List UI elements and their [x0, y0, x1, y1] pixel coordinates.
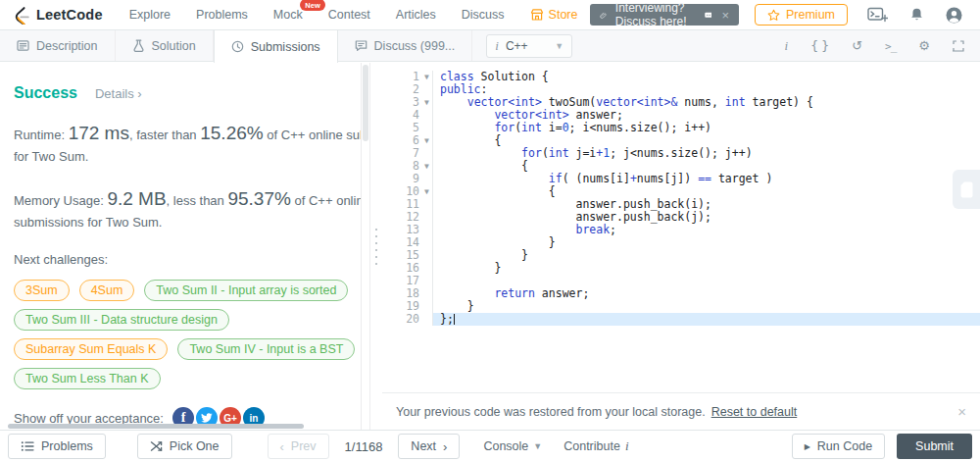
- chevron-down-icon: ▼: [555, 41, 564, 51]
- related-doc-flyout[interactable]: [953, 170, 980, 209]
- fold-arrow-icon: [421, 224, 433, 236]
- fullscreen-icon[interactable]: [953, 40, 964, 52]
- star-icon: [767, 9, 780, 22]
- code-text: }: [433, 262, 980, 275]
- metric-text: Runtime:: [14, 128, 69, 142]
- nav-item-articles[interactable]: Articles: [383, 8, 449, 22]
- pick-one-button[interactable]: Pick One: [137, 434, 232, 459]
- line-number: 20: [382, 313, 421, 326]
- details-link[interactable]: Details ›: [95, 86, 142, 101]
- tab-solution[interactable]: Solution: [116, 30, 214, 61]
- code-editor[interactable]: 1▼class Solution {2public:3▼ vector<int>…: [382, 63, 980, 392]
- fold-arrow-icon[interactable]: ▼: [421, 134, 433, 147]
- problems-label: Problems: [41, 439, 93, 453]
- code-lines: 1▼class Solution {2public:3▼ vector<int>…: [382, 71, 980, 326]
- console-icon[interactable]: >_: [885, 39, 896, 52]
- problems-button[interactable]: Problems: [8, 434, 106, 459]
- braces-icon[interactable]: { }: [810, 39, 829, 52]
- contribute-label: Contribute: [564, 439, 620, 453]
- banner-close-icon[interactable]: ×: [721, 8, 729, 23]
- challenge-pill[interactable]: 3Sum: [14, 280, 70, 301]
- code-text: class Solution {: [433, 71, 980, 83]
- code-panel: 1▼class Solution {2public:3▼ vector<int>…: [382, 63, 980, 430]
- fold-arrow-icon: [421, 300, 433, 313]
- nav-item-discuss[interactable]: Discuss: [449, 8, 517, 22]
- vertical-scrollbar-thumb[interactable]: [363, 65, 368, 141]
- code-line[interactable]: 19 }: [382, 300, 980, 313]
- tab-description[interactable]: Description: [0, 30, 116, 61]
- status-success: Success: [14, 84, 77, 102]
- nav-item-label: Mock: [273, 8, 303, 22]
- submissions-icon: [231, 40, 244, 53]
- nav-item-store[interactable]: Store: [517, 8, 591, 22]
- fold-arrow-icon: [421, 275, 433, 287]
- submit-button[interactable]: Submit: [897, 434, 972, 459]
- fold-arrow-icon[interactable]: ▼: [421, 71, 433, 83]
- reset-icon[interactable]: ↺: [852, 39, 862, 52]
- leetcode-logo[interactable]: LeetCode: [12, 6, 103, 25]
- contribute-link[interactable]: Contribute i: [564, 438, 628, 454]
- premium-button[interactable]: Premium: [755, 4, 848, 26]
- code-line[interactable]: 20};: [382, 313, 980, 326]
- code-text: };: [433, 313, 980, 326]
- horizontal-scrollbar: [0, 423, 362, 430]
- contribute-info-icon: i: [625, 438, 629, 454]
- notification-close-icon[interactable]: ×: [957, 403, 966, 420]
- challenge-pill[interactable]: Two Sum III - Data structure design: [14, 309, 229, 331]
- metric-text: , faster than: [129, 128, 200, 142]
- user-avatar[interactable]: [946, 7, 962, 24]
- nav-item-mock[interactable]: MockNew: [261, 8, 316, 22]
- info-icon[interactable]: i: [784, 39, 788, 52]
- code-text: return answer;: [433, 287, 980, 300]
- nav-item-explore[interactable]: Explore: [117, 8, 183, 22]
- fold-arrow-icon: [421, 249, 433, 262]
- pager-count: 1/1168: [345, 439, 383, 454]
- fold-arrow-icon: [421, 198, 433, 211]
- code-line[interactable]: 16 }: [382, 262, 980, 275]
- nav-item-problems[interactable]: Problems: [183, 8, 261, 22]
- nav-item-label: Articles: [396, 8, 436, 22]
- announcement-banner[interactable]: Interviewing? Discuss here! ×: [590, 4, 739, 26]
- console-toggle[interactable]: Console ▼: [483, 439, 542, 453]
- tab-label: Submissions: [251, 40, 320, 54]
- premium-label: Premium: [786, 8, 835, 22]
- notifications-bell-icon[interactable]: [909, 7, 924, 23]
- tab-discuss[interactable]: Discuss (999...: [338, 30, 473, 61]
- reset-to-default-link[interactable]: Reset to default: [711, 405, 798, 419]
- tab-submissions[interactable]: Submissions: [214, 30, 338, 63]
- prev-label: Prev: [291, 439, 317, 453]
- memory-text: Memory Usage: 9.2 MB, less than 95.37% o…: [14, 184, 362, 233]
- nav-item-label: Contest: [328, 8, 370, 22]
- language-select[interactable]: i C++ ▼: [486, 34, 572, 58]
- metric-value: 15.26%: [200, 123, 263, 143]
- run-code-button[interactable]: ▶ Run Code: [792, 434, 885, 459]
- prev-button[interactable]: ‹ Prev: [268, 434, 329, 459]
- notification-text: Your previous code was restored from you…: [396, 405, 706, 419]
- caret-down-icon: ▼: [533, 441, 542, 451]
- tab-label: Description: [36, 39, 98, 53]
- interview-terminal-icon[interactable]: [867, 7, 888, 23]
- fold-arrow-icon[interactable]: ▼: [421, 185, 433, 198]
- challenge-pill[interactable]: Two Sum Less Than K: [14, 368, 161, 389]
- panel-splitter[interactable]: [370, 63, 382, 430]
- fold-arrow-icon: [421, 313, 433, 326]
- horizontal-scrollbar-thumb[interactable]: [8, 424, 304, 429]
- lang-info-icon: i: [495, 38, 499, 54]
- solution-icon: [132, 39, 145, 52]
- fold-arrow-icon: [421, 173, 433, 185]
- challenge-pill[interactable]: Subarray Sum Equals K: [14, 338, 168, 360]
- nav-item-contest[interactable]: Contest: [316, 8, 383, 22]
- fold-arrow-icon[interactable]: ▼: [421, 96, 433, 109]
- runtime-text: Runtime: 172 ms, faster than 15.26% of C…: [14, 119, 362, 168]
- challenge-pill[interactable]: 4Sum: [79, 280, 135, 301]
- fold-arrow-icon[interactable]: ▼: [421, 160, 433, 173]
- settings-icon[interactable]: ⚙: [918, 39, 930, 52]
- metric-value: 172 ms: [69, 123, 129, 143]
- next-button[interactable]: Next ›: [398, 434, 460, 459]
- challenge-pill[interactable]: Two Sum II - Input array is sorted: [144, 280, 348, 301]
- nav-item-label: Explore: [129, 8, 171, 22]
- navbar-icons: [867, 7, 962, 24]
- metric-text: , less than: [167, 193, 228, 208]
- banner-text: Interviewing? Discuss here!: [615, 1, 697, 28]
- challenge-pill[interactable]: Two Sum IV - Input is a BST: [177, 338, 355, 360]
